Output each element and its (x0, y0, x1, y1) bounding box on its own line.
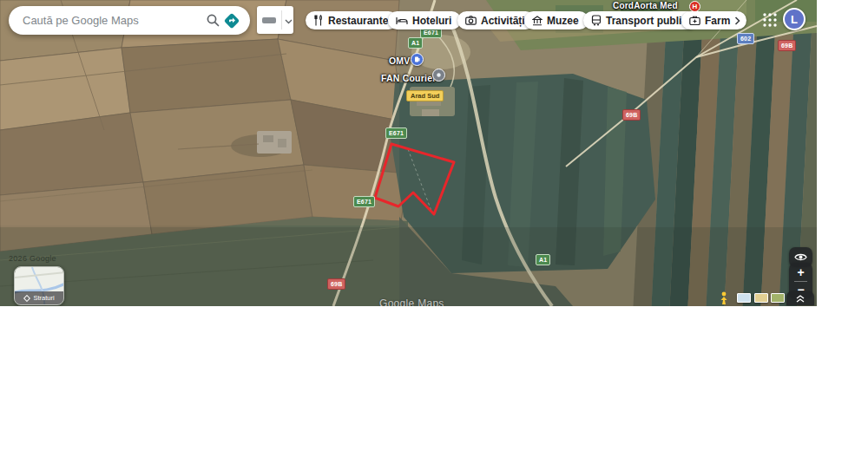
search-button[interactable] (203, 13, 222, 28)
imagery-thumbnail[interactable] (754, 293, 768, 303)
museum-icon (532, 16, 542, 26)
road-badge: 602 (737, 33, 754, 44)
restaurant-icon (313, 15, 324, 26)
panel-handle-icon (262, 17, 276, 23)
gas-station-icon[interactable] (411, 53, 424, 66)
google-maps-watermark: Google Maps (379, 297, 444, 306)
chip-label: Restaurante (328, 15, 388, 27)
zoom-in-button[interactable]: + (789, 265, 812, 280)
layers-label: Straturi (33, 294, 54, 302)
map-viewport[interactable]: OMV FAN Courier Arad Sud CordAorta Med H… (0, 0, 817, 306)
widget-divider (281, 10, 282, 29)
road-badge: 69B (327, 278, 345, 290)
collapsed-panel-widget[interactable] (257, 6, 293, 34)
camera-icon (465, 16, 477, 25)
poi-label-fan-courier[interactable]: FAN Courier (381, 73, 436, 83)
road-badge: A1 (408, 37, 423, 49)
collapse-panel-button[interactable] (786, 291, 814, 305)
search-icon (206, 13, 220, 28)
account-avatar[interactable]: L (783, 8, 806, 30)
courier-poi-icon[interactable] (432, 69, 445, 82)
chip-restaurants[interactable]: Restaurante (306, 11, 398, 29)
chip-hotels[interactable]: Hoteluri (388, 11, 461, 29)
directions-icon (222, 11, 241, 30)
map-attribution: 2026 Google (9, 254, 56, 263)
search-bar (9, 6, 250, 35)
chip-label: Hoteluri (412, 15, 451, 27)
chip-transit[interactable]: Transport public (583, 11, 697, 29)
apps-grid-icon (762, 12, 778, 28)
double-chevron-up-icon (795, 294, 806, 303)
chip-label: Transport public (606, 15, 687, 27)
poi-label-hospital[interactable]: CordAorta Med (613, 1, 678, 10)
layers-icon (23, 295, 30, 302)
road-badge: A1 (536, 254, 550, 265)
google-apps-button[interactable] (762, 12, 778, 28)
road-badge: E671 (353, 196, 375, 207)
road-exit-label: Arad Sud (406, 90, 444, 101)
chip-museums[interactable]: Muzee (524, 11, 589, 29)
directions-button[interactable] (222, 11, 241, 30)
chip-label: Farm (705, 15, 730, 27)
imagery-thumbnail[interactable] (737, 293, 751, 303)
imagery-thumbnail[interactable] (771, 293, 785, 303)
chip-label: Muzee (547, 15, 579, 27)
eye-icon (794, 252, 807, 262)
search-input[interactable] (23, 14, 203, 27)
first-aid-kit-icon (689, 16, 700, 25)
google-maps-app: OMV FAN Courier Arad Sud CordAorta Med H… (0, 0, 868, 464)
poi-label-omv[interactable]: OMV (389, 56, 411, 66)
chevron-down-icon[interactable] (285, 12, 293, 28)
chevron-right-icon[interactable] (734, 16, 740, 25)
chip-label: Activități (481, 15, 525, 27)
road-badge: 69B (778, 40, 796, 51)
road-badge: E671 (385, 127, 407, 139)
bus-icon (591, 15, 602, 26)
chip-activities[interactable]: Activități (457, 11, 535, 29)
pegman-icon[interactable] (719, 291, 729, 306)
chip-pharmacies[interactable]: Farm (681, 11, 746, 29)
bed-icon (396, 16, 408, 26)
layers-button[interactable]: Straturi (14, 266, 64, 305)
road-badge: 69B (622, 109, 641, 121)
